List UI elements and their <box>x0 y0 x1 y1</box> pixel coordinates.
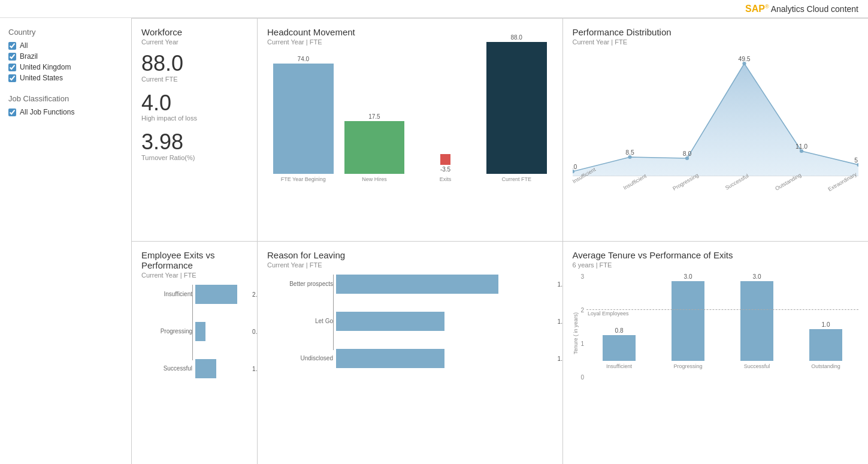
exits-subtitle: Current Year | FTE <box>141 272 247 279</box>
reason-row-0: Better prospects 1.5 <box>270 275 553 294</box>
job-item-all[interactable]: All Job Functions <box>8 108 123 116</box>
tenure-bar-2 <box>740 281 773 361</box>
reason-subtitle: Current Year | FTE <box>267 261 553 269</box>
tr-value: 3.98 <box>141 130 247 154</box>
content-grid: Workforce Current Year 88.0 Current FTE … <box>132 18 868 464</box>
performance-svg: 2.0 8.5 8.0 49.5 11.0 5.0 <box>573 50 859 176</box>
main-layout: Country All Brazil United Kingdom United… <box>0 18 868 464</box>
performance-panel: Performance Distribution Current Year | … <box>563 19 869 242</box>
workforce-subtitle: Current Year <box>141 38 247 46</box>
tenure-bar-0 <box>603 335 636 361</box>
exits-row-0: Insufficient 2.0 <box>144 285 247 304</box>
exits-title: Employee Exits vs Performance <box>141 250 247 270</box>
exits-bar-1 <box>195 322 205 341</box>
country-filter: Country All Brazil United Kingdom United… <box>8 28 123 82</box>
loyal-label: Loyal Employees <box>588 311 629 317</box>
exits-row-1: Progressing 0.5 <box>144 322 247 341</box>
country-checkbox-brazil[interactable] <box>8 53 16 61</box>
reason-bar-2 <box>336 349 444 368</box>
tenure-chart-area: Loyal Employees 0.8 Insufficient 3.0 <box>586 273 858 393</box>
workforce-panel: Workforce Current Year 88.0 Current FTE … <box>132 19 258 242</box>
country-checkbox-us[interactable] <box>8 74 16 82</box>
exits-panel: Employee Exits vs Performance Current Ye… <box>132 242 258 465</box>
country-checkbox-all[interactable] <box>8 42 16 50</box>
workforce-title: Workforce <box>141 27 247 37</box>
headcount-panel: Headcount Movement Current Year | FTE 74… <box>258 19 563 242</box>
performance-title: Performance Distribution <box>573 27 859 37</box>
tenure-bar-col-0: 0.8 Insufficient <box>586 273 652 369</box>
perf-val-2: 8.0 <box>682 150 691 157</box>
reason-chart: Better prospects 1.5 Let Go 1.0 Undisclo… <box>267 275 553 368</box>
hc-bar-current-fte-fill <box>486 42 547 174</box>
exits-bar-0 <box>195 285 237 304</box>
header-bar: SAP® Analytics Cloud content <box>0 0 868 18</box>
hc-bar-fte-begin-fill <box>273 64 334 174</box>
country-checkbox-uk[interactable] <box>8 64 16 71</box>
tenure-bar-col-1: 3.0 Progressing <box>655 273 721 369</box>
perf-val-3: 49.5 <box>738 56 751 62</box>
hc-bar-exits-fill <box>440 154 450 165</box>
exits-row-2: Successful 1.0 <box>144 359 247 378</box>
tenure-bar-col-2: 3.0 Successful <box>724 273 790 369</box>
tenure-bar-3 <box>809 329 842 361</box>
job-checkbox-all[interactable] <box>8 109 16 116</box>
tenure-subtitle: 6 years | FTE <box>573 261 859 269</box>
exits-axis <box>192 285 193 360</box>
performance-subtitle: Current Year | FTE <box>573 38 859 46</box>
hc-bar-new-hires: 17.5 New Hires <box>344 113 405 182</box>
performance-area <box>573 64 859 176</box>
perf-val-1: 8.5 <box>625 149 634 156</box>
perf-val-4: 11.0 <box>795 143 807 150</box>
country-label: Country <box>8 28 123 37</box>
sidebar: Country All Brazil United Kingdom United… <box>0 18 132 464</box>
hc-bar-fte-begin: 74.0 FTE Year Begining <box>273 56 334 182</box>
tenure-bar-col-3: 1.0 Outstanding <box>793 273 858 369</box>
reason-bar-0 <box>336 275 498 294</box>
perf-val-0: 2.0 <box>573 164 577 170</box>
country-item-all[interactable]: All <box>8 41 123 50</box>
reason-axis <box>333 275 334 350</box>
tenure-bar-1 <box>672 281 704 361</box>
exits-bar-2 <box>195 359 216 378</box>
tenure-title: Average Tenure vs Performance of Exits <box>573 250 859 260</box>
headcount-chart: 74.0 FTE Year Begining 17.5 New Hires -3… <box>267 50 553 182</box>
hc-bar-exits: -3.5 Exits <box>415 154 476 182</box>
country-item-brazil[interactable]: Brazil <box>8 52 123 61</box>
tenure-panel: Average Tenure vs Performance of Exits 6… <box>563 242 869 465</box>
reason-panel: Reason for Leaving Current Year | FTE Be… <box>258 242 563 465</box>
tenure-bars: 0.8 Insufficient 3.0 Progressing 3.0 <box>586 273 858 381</box>
loyal-line <box>586 309 858 310</box>
reason-row-2: Undisclosed 1.0 <box>270 349 553 368</box>
reason-row-1: Let Go 1.0 <box>270 312 553 331</box>
fte-value: 88.0 <box>141 52 247 76</box>
hil-label: High impact of loss <box>141 115 247 122</box>
hc-bar-new-hires-fill <box>344 121 405 174</box>
exits-chart: Insufficient 2.0 Progressing 0.5 Success… <box>141 285 247 378</box>
job-filter: Job Classification All Job Functions <box>8 94 123 116</box>
country-item-uk[interactable]: United Kingdom <box>8 63 123 71</box>
hc-bar-current-fte: 88.0 Current FTE <box>486 34 547 182</box>
tenure-y-ticks: 3 2 1 0 <box>581 273 587 393</box>
hil-value: 4.0 <box>141 91 247 115</box>
tenure-chart: Tenure ( in years) 3 2 1 0 Loyal Employe… <box>573 273 859 393</box>
sap-logo: SAP® Analytics Cloud content <box>745 4 858 14</box>
tr-label: Turnover Ratio(%) <box>141 154 247 161</box>
performance-xlabels: Insufficient Insufficient Progressing Su… <box>573 179 859 185</box>
perf-val-5: 5.0 <box>854 157 858 164</box>
fte-label: Current FTE <box>141 76 247 83</box>
reason-bar-1 <box>336 312 444 331</box>
performance-chart: 2.0 8.5 8.0 49.5 11.0 5.0 Insufficient I… <box>573 50 859 176</box>
country-item-us[interactable]: United States <box>8 74 123 82</box>
job-label: Job Classification <box>8 94 123 103</box>
tenure-y-label: Tenure ( in years) <box>573 273 579 393</box>
reason-title: Reason for Leaving <box>267 250 553 260</box>
